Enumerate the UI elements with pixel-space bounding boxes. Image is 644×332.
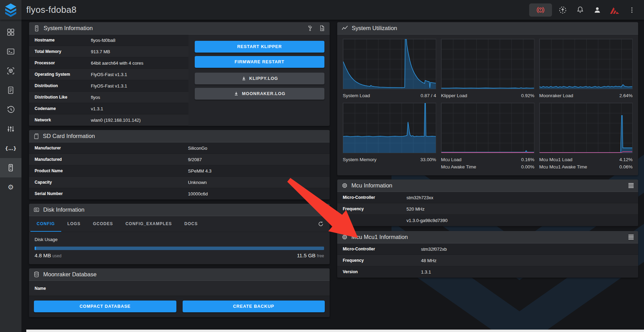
panel-disk-information: Disk Information CONFIG LOGS GCODES CONF…: [29, 204, 330, 264]
gear-icon: ⚙: [6, 183, 15, 192]
sidebar-item-console[interactable]: [0, 42, 21, 61]
tune-sliders-icon: [7, 125, 15, 133]
kebab-menu-icon[interactable]: [625, 3, 638, 17]
chip-icon: [341, 234, 348, 240]
moonraker-actions: COMPACT DATABASE CREATE BACKUP: [29, 296, 330, 317]
disk-tabs: CONFIG LOGS GCODES CONFIG_EXAMPLES DOCS: [29, 216, 330, 232]
utilization-charts: System Load0.87 / 4 Klipper Load0.92% Mo…: [337, 35, 638, 175]
brake-alert-icon: [536, 6, 545, 15]
account-icon[interactable]: [591, 3, 604, 17]
create-backup-button[interactable]: CREATE BACKUP: [183, 301, 325, 312]
brand-logo-icon[interactable]: [608, 3, 621, 17]
dashboard-icon: [7, 28, 15, 36]
name-column-header: Name: [35, 286, 46, 291]
table-row: v1.3.0-ga98c9d7390: [337, 215, 638, 226]
sidebar-item-gcode-preview[interactable]: [0, 61, 21, 81]
sidebar-item-config-editor[interactable]: {…}: [0, 139, 21, 158]
restart-klipper-button[interactable]: RESTART KLIPPER: [195, 41, 324, 53]
database-icon: [33, 271, 40, 278]
sidebar-item-files[interactable]: [0, 81, 21, 100]
machine-server-icon: [7, 164, 15, 172]
chart-system-memory: System Memory33.00%: [343, 103, 436, 170]
right-column: System Utilization System Load0.87 / 4 K…: [337, 22, 638, 332]
disk-usage-section: Disk Usage 4.8 MBused 11.5 GBfree: [29, 232, 330, 264]
table-row: Version1.3.1: [337, 266, 638, 278]
table-row: Networkwlan0 (192.168.101.142): [29, 114, 188, 126]
bottom-page-edge: [26, 330, 644, 332]
table-row: Manufactured9/2087: [29, 154, 330, 165]
panel-sd-card: SD Card Information ManufacturerSiliconG…: [29, 130, 330, 200]
update-icon[interactable]: [556, 3, 569, 17]
disk-free-suffix: free: [317, 253, 324, 258]
panel-title: Moonraker Database: [43, 271, 325, 278]
system-load-chart: [343, 39, 436, 89]
menu-icon[interactable]: [628, 183, 634, 188]
tab-docs[interactable]: DOCS: [178, 216, 204, 232]
disk-usage-used-segment: [35, 247, 36, 250]
disk-used-value: 4.8 MB: [35, 252, 51, 258]
sidebar-item-history[interactable]: [0, 100, 21, 119]
svg-text:⚙: ⚙: [8, 183, 14, 191]
table-row: Product NameSPeMM 4.3: [29, 165, 330, 177]
mcu-mcu1-information-header: Mcu Mcu1 Information: [337, 231, 638, 243]
table-row: Processor64bit aarch64 with 4 cores: [29, 57, 188, 69]
system-information-body: Hostnameflyos-fd0ba8 Total Memory913.7 M…: [29, 35, 330, 126]
disk-usage-bar: [35, 247, 324, 250]
tab-logs[interactable]: LOGS: [61, 216, 87, 232]
disk-usage-values: 4.8 MBused 11.5 GBfree: [35, 252, 324, 259]
system-utilization-header: System Utilization: [337, 22, 638, 35]
sidebar-item-dashboard[interactable]: [0, 22, 21, 42]
table-row: Hostnameflyos-fd0ba8: [29, 35, 188, 46]
panel-mcu-information: Mcu Information Micro-Controllerstm32h72…: [337, 179, 638, 226]
disk-used-suffix: used: [53, 253, 62, 258]
moonraker-load-chart: [539, 39, 633, 89]
sd-card-table: ManufacturerSiliconGo Manufactured9/2087…: [29, 142, 330, 200]
refresh-button[interactable]: [314, 218, 327, 230]
klipper-load-chart: [441, 39, 534, 89]
compact-database-button[interactable]: COMPACT DATABASE: [34, 301, 176, 312]
moonraker-log-button[interactable]: MOONRAKER.LOG: [195, 88, 324, 100]
file-refresh-icon[interactable]: [319, 25, 325, 31]
table-row: Distribution Likeflyos: [29, 92, 188, 103]
notifications-bell-icon[interactable]: [573, 3, 587, 17]
sidebar-item-machine[interactable]: [0, 158, 21, 177]
chip-icon: [341, 182, 348, 189]
panel-system-utilization: System Utilization System Load0.87 / 4 K…: [337, 22, 638, 175]
table-row: Frequency48 MHz: [337, 255, 638, 266]
usb-icon[interactable]: [307, 25, 313, 31]
topbar: flyos-fdoba8: [0, 0, 644, 20]
menu-icon[interactable]: [628, 234, 634, 240]
sidebar-item-tune[interactable]: [0, 119, 21, 139]
download-icon: [233, 91, 239, 96]
panel-system-information: System Information: [29, 22, 330, 126]
chart-system-load: System Load0.87 / 4: [343, 39, 436, 99]
tab-gcodes[interactable]: GCODES: [87, 216, 119, 232]
sd-card-icon: [33, 133, 39, 139]
table-row: Micro-Controllerstm32f072xb: [337, 243, 638, 255]
panel-moonraker-database: Moonraker Database Name COMPACT DATABASE…: [29, 268, 330, 317]
harddisk-icon: [33, 206, 40, 213]
panel-title: System Information: [44, 25, 303, 31]
emergency-stop-button[interactable]: [529, 3, 552, 17]
klippy-log-button[interactable]: KLIPPY.LOG: [195, 73, 324, 84]
svg-text:{…}: {…}: [6, 146, 16, 151]
firmware-restart-button[interactable]: FIRMWARE RESTART: [195, 56, 324, 68]
console-icon: [7, 47, 15, 56]
sidebar-item-settings[interactable]: ⚙: [0, 177, 21, 197]
fly-logo[interactable]: [0, 0, 21, 20]
download-icon: [241, 76, 247, 81]
refresh-icon: [318, 221, 324, 227]
table-row: Total Memory913.7 MB: [29, 46, 188, 57]
topbar-actions: [529, 3, 644, 17]
main-content: System Information: [21, 20, 644, 332]
tab-config[interactable]: CONFIG: [30, 216, 61, 232]
table-row: Operating SystemFlyOS-Fast v1.3.1: [29, 69, 188, 80]
tab-config-examples[interactable]: CONFIG_EXAMPLES: [119, 216, 178, 232]
moonraker-database-header: Moonraker Database: [29, 268, 330, 281]
server-icon: [33, 25, 40, 32]
table-row: ManufacturerSiliconGo: [29, 142, 330, 154]
chart-mcu-mcu1: Mcu Mcu1 Load4.12% Mcu Mcu1 Awake Time0.…: [539, 103, 633, 170]
system-information-table: Hostnameflyos-fd0ba8 Total Memory913.7 M…: [29, 35, 188, 126]
left-column: System Information: [29, 22, 330, 332]
panel-title: Disk Information: [43, 206, 325, 213]
